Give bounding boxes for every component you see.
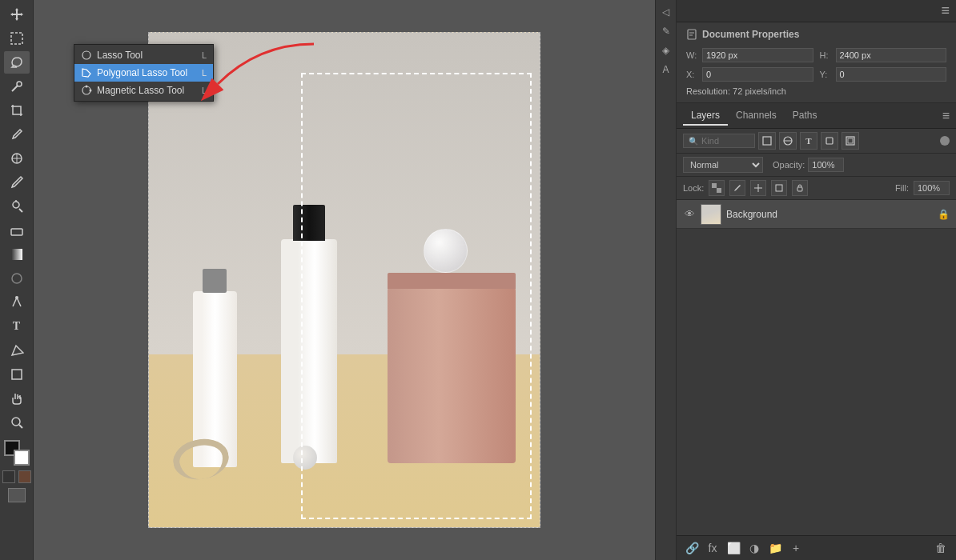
adjustment-filter-btn[interactable] — [779, 132, 797, 150]
zoom-tool[interactable] — [4, 411, 30, 434]
adjustment-icon — [782, 135, 793, 146]
layer-search-input[interactable] — [701, 136, 749, 146]
layer-thumbnail — [701, 204, 721, 225]
cylinder-box — [388, 287, 516, 463]
svg-rect-22 — [763, 137, 771, 145]
blur-tool[interactable] — [4, 267, 30, 290]
resolution-value: 72 pixels/inch — [733, 86, 786, 96]
doc-dimensions-row: W: 1920 px H: 2400 px — [686, 48, 946, 62]
left-toolbar: T — [0, 0, 34, 560]
svg-rect-9 — [11, 229, 22, 235]
clone-tool[interactable] — [4, 195, 30, 218]
brush-panel-btn[interactable]: ✎ — [657, 22, 675, 40]
pen-tool[interactable] — [4, 291, 30, 314]
lasso-tool-label: Lasso Tool — [97, 50, 143, 61]
lock-transparent-btn[interactable] — [709, 180, 725, 196]
width-field: W: 1920 px — [686, 48, 813, 62]
smartobj-filter-btn[interactable] — [842, 132, 859, 150]
crop-tool[interactable] — [4, 99, 30, 122]
doc-icon — [686, 29, 697, 40]
sphere-glass — [424, 229, 468, 273]
search-icon: 🔍 — [689, 137, 698, 146]
color-swatches[interactable] — [4, 440, 30, 466]
layer-visibility-toggle[interactable]: 👁 — [683, 208, 696, 220]
type-tool[interactable]: T — [4, 315, 30, 338]
collapse-panel-btn[interactable]: ◁ — [657, 3, 675, 21]
patch-tool[interactable] — [4, 147, 30, 170]
type-filter-btn[interactable]: T — [800, 132, 817, 150]
layers-tabs: Layers Channels Paths ≡ — [677, 103, 956, 129]
delete-layer-btn[interactable]: 🗑 — [932, 539, 950, 557]
add-style-btn[interactable]: fx — [704, 539, 721, 557]
eraser-tool[interactable] — [4, 219, 30, 242]
adjust-panel-btn[interactable]: ◈ — [657, 42, 675, 59]
gradient-tool[interactable] — [4, 243, 30, 266]
background-layer-item[interactable]: 👁 Background 🔒 — [677, 200, 956, 229]
magnetic-lasso-label: Magnetic Lasso Tool — [97, 85, 184, 96]
lock-artboard-btn[interactable] — [771, 180, 787, 196]
channels-tab[interactable]: Channels — [728, 106, 785, 126]
layers-tab[interactable]: Layers — [683, 106, 728, 126]
x-input[interactable]: 0 — [702, 67, 813, 82]
svg-rect-19 — [688, 30, 696, 39]
quick-mask-mode[interactable] — [18, 470, 31, 483]
add-mask-btn[interactable]: ⬜ — [725, 539, 742, 557]
lock-position-btn[interactable] — [750, 180, 766, 196]
height-input[interactable]: 2400 px — [836, 48, 947, 62]
width-input[interactable]: 1920 px — [702, 48, 813, 62]
move-tool[interactable] — [4, 3, 30, 26]
shape-tool[interactable] — [4, 363, 30, 386]
lock-all-btn[interactable] — [792, 180, 808, 196]
doc-properties-header: Document Properties — [686, 29, 946, 40]
right-canvas-bar: ◁ ✎ ◈ A — [655, 0, 676, 560]
opacity-label: Opacity: — [773, 160, 805, 170]
path-selection-tool[interactable] — [4, 339, 30, 362]
blend-mode-select[interactable]: Normal — [683, 157, 763, 173]
magic-wand-tool[interactable] — [4, 75, 30, 98]
resolution-row: Resolution: 72 pixels/inch — [686, 86, 946, 96]
svg-line-1 — [12, 86, 18, 91]
pixel-filter-btn[interactable] — [758, 132, 776, 150]
add-group-btn[interactable]: 📁 — [766, 539, 784, 557]
artboard-icon — [774, 183, 784, 193]
screen-mode[interactable] — [8, 488, 26, 502]
layers-menu-icon[interactable]: ≡ — [942, 109, 950, 123]
svg-point-16 — [86, 86, 88, 88]
height-label: H: — [820, 50, 833, 60]
lock-image-btn[interactable] — [729, 180, 745, 196]
opacity-value[interactable]: 100% — [808, 158, 844, 172]
eyedropper-tool[interactable] — [4, 123, 30, 146]
standard-mode[interactable] — [2, 470, 15, 483]
filter-toggle-dot[interactable] — [940, 136, 950, 146]
panel-menu-icon[interactable]: ≡ — [941, 2, 950, 19]
svg-rect-28 — [712, 183, 717, 188]
layers-panel: Layers Channels Paths ≡ 🔍 T — [677, 103, 956, 560]
lasso-popup: Lasso Tool L Polygonal Lasso Tool L Magn… — [74, 44, 214, 102]
hand-tool[interactable] — [4, 387, 30, 410]
paths-tab[interactable]: Paths — [785, 106, 825, 126]
add-adjustment-btn[interactable]: ◑ — [745, 539, 763, 557]
background-color[interactable] — [14, 450, 30, 466]
lasso-tool[interactable] — [4, 51, 30, 74]
marquee-tool[interactable] — [4, 27, 30, 50]
magnetic-lasso-tool-menu-item[interactable]: Magnetic Lasso Tool L — [74, 82, 213, 99]
sphere-small — [293, 446, 317, 470]
layer-filter-bar: 🔍 T — [677, 129, 956, 154]
add-layer-btn[interactable]: + — [787, 539, 805, 557]
lasso-tool-menu-item[interactable]: Lasso Tool L — [74, 46, 213, 64]
quick-mask-controls — [2, 470, 31, 483]
y-input[interactable]: 0 — [836, 67, 947, 82]
brush-tool[interactable] — [4, 171, 30, 194]
shape-filter-btn[interactable] — [821, 132, 838, 150]
cylinder-box-lid — [388, 273, 516, 289]
font-panel-btn[interactable]: A — [657, 61, 675, 78]
link-layers-btn[interactable]: 🔗 — [683, 539, 701, 557]
right-panel: ≡ Document Properties W: 1920 px H: 2400… — [676, 0, 956, 560]
x-label: X: — [686, 70, 699, 79]
fill-value[interactable]: 100% — [914, 181, 950, 195]
layer-lock-icon: 🔒 — [938, 209, 950, 220]
svg-rect-32 — [776, 185, 782, 191]
bottle-tall-cap — [293, 205, 325, 241]
polygonal-lasso-tool-menu-item[interactable]: Polygonal Lasso Tool L — [74, 64, 213, 82]
svg-point-14 — [12, 418, 20, 426]
